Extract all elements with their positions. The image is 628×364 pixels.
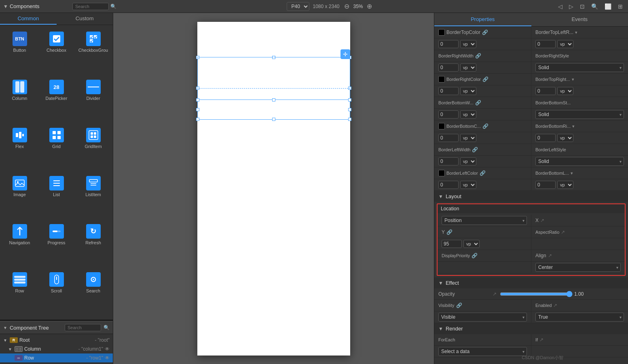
- tree-search-input[interactable]: [65, 324, 101, 331]
- frame-button[interactable]: ⬜: [603, 2, 613, 11]
- border-bottom-left-unit[interactable]: vp: [557, 181, 573, 189]
- row-handle-tl[interactable]: [196, 98, 199, 102]
- undo-button[interactable]: ◁: [556, 2, 565, 11]
- render-section-header[interactable]: ▼ Render: [434, 323, 628, 334]
- tab-custom[interactable]: Custom: [57, 13, 113, 25]
- align-link[interactable]: ↗: [548, 253, 552, 258]
- position-select[interactable]: Position: [442, 216, 527, 225]
- component-item-listitem[interactable]: ListItem: [75, 173, 111, 220]
- border-bottom-color-unit[interactable]: vp: [460, 134, 476, 142]
- column-visibility-icon[interactable]: 👁: [105, 346, 110, 352]
- y-value-input[interactable]: [442, 240, 462, 248]
- border-left-width-link[interactable]: 🔗: [472, 147, 478, 152]
- components-search-input[interactable]: [72, 3, 109, 10]
- opacity-link[interactable]: ↗: [493, 291, 497, 297]
- component-item-checkbox[interactable]: Checkbox: [38, 28, 74, 76]
- row-handle-bc[interactable]: [272, 118, 275, 121]
- border-bottom-right-num[interactable]: [535, 134, 556, 142]
- align-select[interactable]: Center: [535, 263, 621, 272]
- handle-mr[interactable]: [348, 87, 351, 90]
- component-item-scroll[interactable]: Scroll: [38, 269, 74, 316]
- handle-bc[interactable]: [272, 118, 275, 121]
- border-right-color-link[interactable]: 🔗: [482, 76, 488, 82]
- component-item-progress[interactable]: Progress: [38, 221, 74, 268]
- border-bottom-color-swatch[interactable]: [438, 123, 445, 129]
- border-top-right-expand[interactable]: ▾: [572, 77, 574, 82]
- root-expand-arrow[interactable]: ▼: [3, 338, 7, 343]
- component-item-search[interactable]: ⊙ Search: [75, 269, 111, 316]
- border-right-width-link[interactable]: 🔗: [475, 53, 481, 59]
- tree-node-column[interactable]: ▼ ⋮⋮ Column - "column1" 👁: [0, 345, 113, 353]
- component-item-list[interactable]: List: [38, 173, 74, 220]
- border-right-color-swatch[interactable]: [438, 76, 445, 83]
- tree-node-root[interactable]: ▼ R Root - "root": [0, 336, 113, 345]
- border-top-left-expand[interactable]: ▾: [575, 30, 577, 35]
- effect-section-header[interactable]: ▼ Effect: [434, 277, 628, 288]
- visibility-select[interactable]: Visible: [438, 313, 527, 322]
- row-visibility-icon[interactable]: 👁: [105, 355, 110, 361]
- tab-common[interactable]: Common: [0, 13, 57, 25]
- border-top-num-input[interactable]: [438, 40, 459, 48]
- tab-properties[interactable]: Properties: [434, 13, 531, 26]
- border-bottom-style-select[interactable]: Solid: [535, 110, 624, 119]
- border-left-color-swatch[interactable]: [438, 170, 445, 176]
- y-link[interactable]: 🔗: [446, 229, 452, 235]
- tab-events[interactable]: Events: [531, 13, 628, 26]
- handle-bl[interactable]: [196, 118, 199, 121]
- zoom-in-button[interactable]: ⊕: [366, 2, 374, 11]
- display-priority-link[interactable]: 🔗: [472, 253, 478, 258]
- zoom-out-button[interactable]: ⊖: [343, 2, 351, 11]
- border-left-color-num[interactable]: [438, 181, 459, 189]
- layout-button[interactable]: ⊞: [616, 2, 625, 11]
- handle-tl[interactable]: [196, 56, 199, 59]
- opacity-slider[interactable]: [500, 291, 573, 297]
- border-bottom-width-input[interactable]: [438, 110, 459, 119]
- component-item-image[interactable]: Image: [2, 173, 38, 220]
- component-item-datepicker[interactable]: 28 DatePicker: [38, 76, 74, 124]
- component-item-column[interactable]: Column: [2, 76, 38, 124]
- device-selector[interactable]: P40: [287, 2, 309, 11]
- border-top-color-link[interactable]: 🔗: [482, 30, 488, 35]
- border-bottom-color-num[interactable]: [438, 134, 459, 142]
- border-right-width-unit[interactable]: vp: [460, 63, 476, 72]
- component-item-row[interactable]: Row: [2, 269, 38, 316]
- handle-br[interactable]: [348, 118, 351, 121]
- foreach-select[interactable]: Select a data: [438, 347, 527, 356]
- component-item-griditem[interactable]: GridItem: [75, 125, 111, 172]
- preview-button[interactable]: ⊡: [578, 2, 587, 11]
- border-bottom-width-link[interactable]: 🔗: [475, 100, 481, 106]
- component-item-grid[interactable]: Grid: [38, 125, 74, 172]
- border-top-unit-select[interactable]: vp: [460, 40, 476, 48]
- component-item-flex[interactable]: Flex: [2, 125, 38, 172]
- border-bottom-right-expand[interactable]: ▾: [572, 124, 575, 129]
- border-right-style-select[interactable]: Solid: [535, 63, 624, 72]
- layout-section-header[interactable]: ▼ Layout: [434, 191, 628, 202]
- border-top-left-num[interactable]: [535, 40, 556, 48]
- border-bottom-left-expand[interactable]: ▾: [571, 171, 573, 176]
- border-bottom-right-unit[interactable]: vp: [557, 134, 573, 142]
- move-handle[interactable]: ✛: [340, 49, 350, 59]
- handle-ml[interactable]: [196, 87, 199, 90]
- redo-button[interactable]: ▷: [567, 2, 575, 11]
- border-left-color-link[interactable]: 🔗: [480, 170, 486, 176]
- components-expand-arrow[interactable]: ▼: [3, 4, 8, 9]
- component-item-divider[interactable]: Divider: [75, 76, 111, 124]
- border-top-right-num[interactable]: [535, 87, 556, 95]
- row-handle-br[interactable]: [348, 118, 351, 121]
- border-bottom-left-num[interactable]: [535, 181, 556, 189]
- tree-expand-arrow[interactable]: ▼: [3, 326, 7, 330]
- border-top-left-unit[interactable]: vp: [557, 40, 573, 48]
- border-top-right-unit[interactable]: vp: [557, 87, 573, 95]
- row-handle-ml[interactable]: [196, 108, 199, 111]
- if-link[interactable]: ↗: [539, 337, 543, 343]
- border-bottom-width-unit[interactable]: vp: [460, 110, 476, 119]
- border-bottom-color-link[interactable]: 🔗: [482, 123, 488, 129]
- component-item-navigation[interactable]: Navigation: [2, 221, 38, 268]
- x-link[interactable]: ↗: [540, 218, 544, 223]
- column-expand-arrow[interactable]: ▼: [8, 347, 12, 351]
- enabled-link[interactable]: ↗: [553, 303, 557, 308]
- y-unit-select[interactable]: vp: [463, 240, 480, 248]
- row-handle-tr[interactable]: [348, 98, 351, 102]
- handle-tr[interactable]: [348, 56, 351, 59]
- inspect-button[interactable]: 🔍: [589, 2, 600, 11]
